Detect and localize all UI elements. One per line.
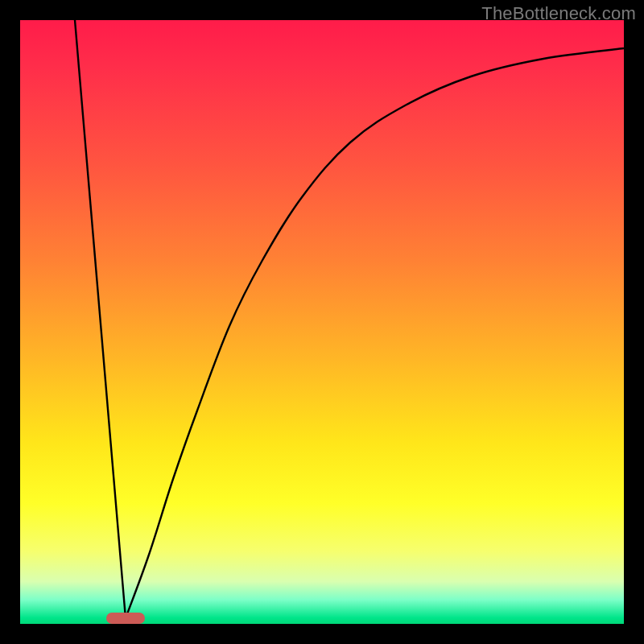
chart-frame: TheBottleneck.com [0, 0, 644, 644]
minimum-marker [106, 613, 145, 624]
left-line [75, 20, 126, 618]
plot-area [20, 20, 624, 624]
right-curve [126, 48, 624, 618]
watermark-text: TheBottleneck.com [481, 3, 636, 24]
curves-layer [20, 20, 624, 624]
